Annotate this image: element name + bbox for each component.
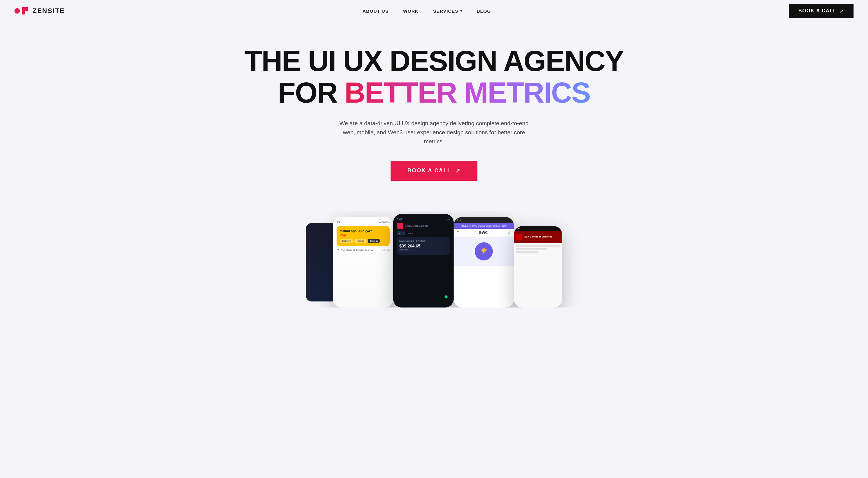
mockups-section: 9:41 ▪▪▪ WiFi ▪ Makan apa, Ajinkya? Pop … bbox=[0, 211, 868, 307]
uni-nav-item-2 bbox=[516, 248, 547, 249]
phone-shop-screen: 9:41 FREE SHIPPING ON ALL ORDERS OVER $1… bbox=[454, 217, 514, 307]
location-icon: 📍 bbox=[337, 249, 340, 251]
phone-uni-header: ASA School of Business bbox=[514, 231, 562, 243]
logo-shape-icon bbox=[21, 6, 30, 16]
phone-crypto-balance: $39,264.65 bbox=[399, 243, 447, 248]
navbar: ZENSITE ABOUT US WORK SERVICES ▾ BLOG BO… bbox=[0, 0, 868, 22]
logo-icon bbox=[14, 6, 30, 16]
hero-gradient-text: BETTER METRICS bbox=[344, 78, 590, 108]
nav-link-blog[interactable]: BLOG bbox=[477, 8, 491, 13]
phone-shop-banner: FREE SHIPPING ON ALL ORDERS OVER $100 bbox=[454, 223, 514, 229]
nav-link-about[interactable]: ABOUT US bbox=[363, 8, 389, 13]
phone-shop-hero: 🏆 bbox=[454, 237, 514, 266]
phone-crypto-time: 9:41 bbox=[397, 217, 402, 220]
logo[interactable]: ZENSITE bbox=[14, 6, 65, 16]
phone-crypto-status: 9:41 ▪▪▪ bbox=[397, 217, 450, 220]
uni-nav-item-1 bbox=[516, 245, 560, 246]
hero-title-line2: FOR BETTER METRICS bbox=[278, 78, 590, 108]
phone-food-greeting: Makan apa, Ajinkya? bbox=[340, 229, 386, 233]
phone-shop-nav: ☰ GWC 🛒 bbox=[454, 229, 514, 237]
phone-uni-nav-strip bbox=[514, 243, 562, 255]
phone-crypto-logo bbox=[397, 223, 403, 229]
phone-mockup-shop: 9:41 FREE SHIPPING ON ALL ORDERS OVER $1… bbox=[454, 217, 514, 307]
phone-tab-pickup: Pickup bbox=[354, 239, 367, 243]
hero-title-line1: THE UI UX DESIGN AGENCY bbox=[244, 46, 623, 76]
phone-uni-logo bbox=[516, 234, 522, 240]
logo-text: ZENSITE bbox=[33, 7, 65, 15]
phone-uni-screen: 9:41 ASA School of Business bbox=[514, 226, 562, 307]
phone-food-brand: Pop bbox=[340, 233, 386, 237]
phone-shop-time: 9:41 bbox=[457, 219, 461, 221]
phone-crypto-values: Main Account • BITMEX $39,264.65 3.84203… bbox=[397, 237, 450, 255]
phone-tab-delivery: Delivery bbox=[340, 239, 353, 243]
phone-food-location: 📍 Pop Meals @ Bandar Sunway 10 min bbox=[337, 249, 390, 251]
phone-status-bar: 9:41 ▪▪▪ WiFi ▪ bbox=[337, 220, 390, 223]
uni-nav-item-3 bbox=[516, 251, 538, 252]
hero-cta-arrow: ↗ bbox=[456, 168, 461, 174]
shop-logo-icon: 🏆 bbox=[480, 248, 487, 255]
notification-dot bbox=[444, 295, 447, 298]
phone-crypto-signal: ▪▪▪ bbox=[447, 217, 450, 220]
hero-book-call-button[interactable]: BOOK A CALL ↗ bbox=[391, 161, 478, 181]
hero-title-for: FOR bbox=[278, 78, 337, 108]
hero-section: THE UI UX DESIGN AGENCY FOR BETTER METRI… bbox=[0, 22, 868, 193]
phone-ticker-eth: ETH bbox=[407, 232, 415, 235]
nav-book-call-button[interactable]: BOOK A CALL ↗ bbox=[789, 4, 854, 18]
phone-signal-icon: ▪▪▪ WiFi ▪ bbox=[379, 220, 390, 223]
nav-link-services[interactable]: SERVICES ▾ bbox=[433, 8, 462, 13]
phone-uni-brand: ASA School of Business bbox=[524, 235, 552, 238]
nav-links: ABOUT US WORK SERVICES ▾ BLOG bbox=[363, 8, 491, 13]
phone-mockup-crypto: 9:41 ▪▪▪ Coin Market Manager BTC ETH Mai… bbox=[393, 214, 454, 307]
phone-crypto-account-row: Main Account • BITMEX bbox=[399, 240, 447, 242]
phone-mockup-food: 9:41 ▪▪▪ WiFi ▪ Makan apa, Ajinkya? Pop … bbox=[333, 217, 393, 307]
phone-food-header: Makan apa, Ajinkya? Pop Delivery Pickup … bbox=[337, 226, 390, 246]
phone-shop-brand: GWC bbox=[479, 231, 488, 235]
phone-crypto-screen: 9:41 ▪▪▪ Coin Market Manager BTC ETH Mai… bbox=[393, 214, 454, 307]
nav-cta-label: BOOK A CALL bbox=[798, 8, 836, 13]
cart-icon: 🛒 bbox=[508, 231, 511, 234]
phone-food-tabs: Delivery Pickup Dine-in bbox=[340, 239, 386, 243]
phone-shop-logo-circle: 🏆 bbox=[475, 242, 493, 261]
nav-cta-arrow: ↗ bbox=[839, 8, 844, 14]
phone-crypto-header: Coin Market Manager bbox=[397, 223, 450, 229]
phone-uni-time: 9:41 bbox=[516, 228, 520, 229]
phone-uni-statusbar: 9:41 bbox=[514, 226, 562, 231]
phone-mockup-uni: 9:41 ASA School of Business bbox=[514, 226, 562, 307]
hero-subtitle: We are a data-driven UI UX design agency… bbox=[338, 119, 530, 146]
phone-shop-statusbar: 9:41 bbox=[454, 217, 514, 223]
phone-tab-dinein: Dine-in bbox=[368, 239, 380, 243]
phone-crypto-tickers: BTC ETH bbox=[397, 232, 450, 235]
nav-link-work[interactable]: WORK bbox=[403, 8, 418, 13]
hamburger-icon: ☰ bbox=[457, 231, 459, 234]
phone-left-edge bbox=[306, 223, 333, 301]
chevron-down-icon: ▾ bbox=[460, 9, 462, 13]
hero-cta-label: BOOK A CALL bbox=[407, 168, 452, 174]
phone-ticker-btc: BTC bbox=[397, 232, 405, 235]
logo-dot bbox=[14, 8, 20, 13]
phone-crypto-header-label: Coin Market Manager bbox=[405, 225, 428, 227]
nav-services-label: SERVICES bbox=[433, 8, 459, 13]
phone-time: 9:41 bbox=[337, 220, 342, 223]
phone-food-screen: 9:41 ▪▪▪ WiFi ▪ Makan apa, Ajinkya? Pop … bbox=[333, 217, 393, 307]
phone-time-est: 10 min bbox=[382, 249, 390, 251]
phone-crypto-balance-sub: 3.84203 BTC bbox=[399, 248, 447, 251]
phone-crypto-account: Main Account • BITMEX bbox=[399, 240, 425, 242]
